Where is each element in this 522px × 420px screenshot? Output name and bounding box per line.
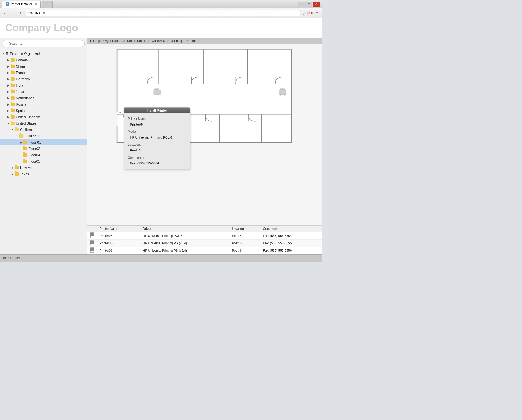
sidebar-item-newyork[interactable]: ▶ New York [0, 164, 87, 171]
floor04-folder-icon [23, 153, 27, 157]
close-button[interactable]: ✕ [313, 2, 320, 7]
sidebar-item-netherlands[interactable]: ▶ Netherlands [0, 95, 87, 101]
california-folder-icon [15, 128, 19, 131]
popup-header-label: Install Printer [147, 109, 167, 112]
printer-name-value: Printer04 [128, 122, 186, 128]
root-expander: ▾ [1, 51, 5, 56]
bookmark-icon[interactable]: ☆ [302, 11, 307, 16]
install-printer-button[interactable]: Install Printer [124, 108, 190, 113]
col-location: Location [229, 226, 260, 232]
floor01-expander: ▶ [19, 140, 23, 144]
sidebar-item-us[interactable]: ▾ United States [0, 120, 87, 126]
printer-table-container: Printer Name Driver Location Comments Pr… [87, 225, 322, 254]
new-tab[interactable] [42, 1, 53, 8]
building1-folder-icon [19, 134, 23, 138]
sidebar-item-india[interactable]: ▶ India [0, 82, 87, 88]
sidebar-item-russia[interactable]: ▶ Russia [0, 101, 87, 107]
printer05-comments: Fax: (555) 555-5555 [260, 240, 322, 247]
company-logo-bar: Company Logo [0, 18, 322, 38]
col-printer-name: Printer Name [97, 226, 140, 232]
sidebar-item-spain[interactable]: ▶ Spain [0, 107, 87, 114]
svg-rect-20 [280, 89, 285, 90]
sidebar-item-germany[interactable]: ▶ Germany [0, 76, 87, 82]
sidebar-item-japan[interactable]: ▶ Japan [0, 88, 87, 95]
sidebar-item-floor05[interactable]: Floor05 [0, 158, 87, 164]
table-row[interactable]: Printer06 HP Universal Printing PS (v5.4… [87, 247, 322, 254]
spain-folder-icon [11, 109, 15, 112]
printer-icon-cell [87, 247, 97, 254]
sidebar-item-texas[interactable]: ▶ Texas [0, 171, 87, 177]
newyork-label: New York [20, 166, 35, 170]
back-button[interactable]: ← [2, 10, 8, 16]
china-label: China [16, 64, 25, 68]
tree-root-label: Example Organization [10, 52, 43, 56]
japan-folder-icon [11, 90, 15, 93]
california-expander: ▾ [11, 127, 15, 132]
location-value: Post: 4 [128, 148, 186, 154]
russia-folder-icon [11, 103, 15, 106]
pdf-icon[interactable]: PDF [308, 11, 313, 16]
main-area: 🔍 ▾ 🖥 Example Organization ▶ Canada [0, 38, 322, 254]
sidebar-item-floor01[interactable]: ▶ Floor 01 [0, 139, 87, 145]
sidebar-item-building1[interactable]: ▾ Building 1 [0, 133, 87, 139]
floor01-folder-icon [23, 141, 27, 144]
reload-button[interactable]: ↻ [18, 10, 24, 16]
netherlands-label: Netherlands [16, 96, 34, 100]
building1-label: Building 1 [24, 134, 39, 138]
floor02-folder-icon [23, 147, 27, 150]
floor05-expander [19, 159, 23, 163]
location-label: Location: [128, 142, 186, 148]
breadcrumb-item-4[interactable]: Floor 01 [190, 39, 202, 43]
printer-small-icon [90, 241, 94, 245]
france-folder-icon [11, 71, 15, 74]
canada-label: Canada [16, 58, 28, 62]
minimize-button[interactable]: ─ [298, 2, 305, 7]
table-row[interactable]: Printer05 HP Universal Printing PS (v5.4… [87, 240, 322, 247]
tree-root[interactable]: ▾ 🖥 Example Organization [0, 50, 87, 57]
browser-tab[interactable]: P Printer Installer ✕ [2, 1, 41, 8]
sidebar-item-california[interactable]: ▾ California [0, 126, 87, 133]
tab-title: Printer Installer [11, 2, 32, 6]
newyork-expander: ▶ [11, 165, 15, 170]
model-value: HP Universal Printing PCL 6 [128, 135, 186, 141]
sidebar-item-floor02[interactable]: Floor02 [0, 145, 87, 152]
printer-marker-1 [154, 90, 160, 95]
menu-icon[interactable]: ≡ [314, 11, 320, 16]
breadcrumb-item-1[interactable]: United States [127, 39, 146, 43]
col-comments: Comments [260, 226, 322, 232]
sidebar-item-france[interactable]: ▶ France [0, 69, 87, 76]
tab-close-button[interactable]: ✕ [35, 3, 37, 6]
printer-small-icon [90, 248, 94, 252]
uk-expander: ▶ [6, 115, 11, 119]
spain-label: Spain [16, 109, 25, 113]
maximize-button[interactable]: □ [305, 2, 312, 7]
breadcrumb-item-0[interactable]: Example Organization [90, 39, 121, 43]
sidebar-item-canada[interactable]: ▶ Canada [0, 57, 87, 63]
printer05-location: Post: 5 [229, 240, 260, 247]
printer04-location: Post: 4 [229, 232, 260, 240]
forward-button[interactable]: → [10, 10, 16, 16]
floor02-expander [19, 146, 23, 151]
search-container: 🔍 [0, 38, 87, 49]
table-row[interactable]: Printer04 HP Universal Printing PCL 6 Po… [87, 232, 322, 240]
search-input[interactable] [2, 40, 85, 47]
breadcrumb-item-3[interactable]: Building 1 [171, 39, 185, 43]
russia-label: Russia [16, 102, 26, 106]
breadcrumb: Example Organization > United States > C… [87, 38, 322, 44]
france-expander: ▶ [6, 70, 11, 75]
sidebar-item-uk[interactable]: ▶ United Kingdom [0, 114, 87, 120]
right-panel: Example Organization > United States > C… [87, 38, 322, 254]
printer-popup: Install Printer Printer Name: Printer04 … [124, 107, 190, 169]
sidebar-item-floor04[interactable]: Floor04 [0, 152, 87, 158]
printer06-name: Printer06 [97, 247, 140, 254]
browser-titlebar: P Printer Installer ✕ ─ □ ✕ [0, 0, 322, 8]
sidebar: 🔍 ▾ 🖥 Example Organization ▶ Canada [0, 38, 87, 254]
breadcrumb-item-2[interactable]: California [152, 39, 165, 43]
address-bar[interactable] [26, 10, 300, 16]
japan-expander: ▶ [6, 89, 11, 94]
printer04-name: Printer04 [97, 232, 140, 240]
texas-label: Texas [20, 172, 29, 176]
india-folder-icon [11, 84, 15, 87]
us-folder-icon [11, 122, 15, 125]
sidebar-item-china[interactable]: ▶ China [0, 63, 87, 69]
